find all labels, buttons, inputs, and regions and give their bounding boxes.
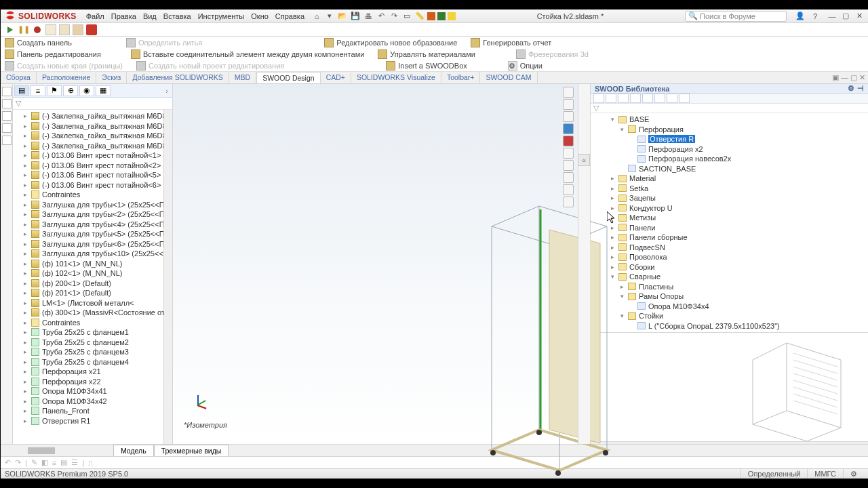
feature-tree[interactable]: ▸(-) Заклепка_гайка_вытяжная М6D8<1> (Вы…	[13, 110, 172, 427]
status-extra-icon[interactable]: ⚙	[843, 469, 864, 479]
minimize-button[interactable]: —	[826, 12, 838, 21]
lib-settings-icon[interactable]: ⚙	[848, 84, 854, 93]
tree-item[interactable]: ▸Труба 25x25 с фланцем1	[13, 327, 172, 338]
timeline-scrub[interactable]	[28, 447, 55, 454]
new-icon[interactable]: ▾	[324, 11, 335, 22]
menu-edit[interactable]: Правка	[111, 12, 136, 20]
orientation-triad[interactable]	[188, 395, 208, 415]
library-item[interactable]: SACTION_BASE	[591, 164, 868, 174]
lib-btn[interactable]	[618, 94, 629, 103]
tree-item[interactable]: ▸Труба 25x25 с фланцем2	[13, 338, 172, 348]
hu-icon[interactable]	[563, 136, 574, 146]
help-icon[interactable]: ?	[810, 11, 821, 22]
hu-icon[interactable]	[563, 160, 574, 171]
tree-item[interactable]: ▸(-) 013.06 Винт крест потайной<6> (Bolt…	[13, 180, 172, 190]
doc-window-controls[interactable]: ▣ — ▢ ✕	[829, 72, 868, 83]
pause-icon[interactable]: ❚❚	[18, 24, 29, 35]
library-item[interactable]: ▾Стойки	[591, 311, 868, 321]
tree-item[interactable]: ▸Contraintes	[13, 318, 172, 328]
tab-assembly[interactable]: Сборка	[1, 72, 37, 83]
fm-tab-extra[interactable]: ▦	[96, 85, 111, 96]
lib-btn[interactable]	[642, 94, 653, 103]
library-tree[interactable]: ▾BASE▾ПерфорацияОтверстия RПерфорация x2…	[591, 113, 868, 332]
tree-item[interactable]: ▸Заглушка для трубы<5> (25x25<<По умолча…	[13, 229, 172, 239]
library-item[interactable]: ▸Пластины	[591, 282, 868, 292]
tree-item[interactable]: ▸Труба 25x25 с фланцем4	[13, 357, 172, 367]
rbn-insert-box[interactable]: Insert a SWOODBox	[386, 61, 467, 70]
fm-tab-dim[interactable]: ⊕	[63, 85, 78, 96]
library-item[interactable]: ▾Сварные	[591, 272, 868, 282]
tree-item[interactable]: ▸(-) 013.06 Винт крест потайной<5> (Bolt…	[13, 170, 172, 180]
color-swatch-1[interactable]	[427, 12, 435, 20]
library-item[interactable]: ▸Проволока	[591, 252, 868, 262]
home-icon[interactable]: ⌂	[311, 11, 322, 22]
tab-toolbarplus[interactable]: Toolbar+	[441, 72, 481, 83]
rail-icon[interactable]	[2, 123, 12, 133]
menu-help[interactable]: Справка	[275, 12, 304, 20]
menu-tools[interactable]: Инструменты	[198, 12, 245, 20]
macro-icon-1[interactable]	[45, 24, 56, 35]
color-swatch-3[interactable]	[448, 12, 456, 20]
tree-item[interactable]: ▸Отверстия R1	[13, 416, 172, 426]
lib-btn[interactable]	[593, 94, 604, 103]
tab-3dviews[interactable]: Трехмерные виды	[154, 445, 229, 456]
graphics-viewport[interactable]: *Изометрия	[173, 84, 578, 444]
rbn-options[interactable]: ⚙Опции	[508, 61, 542, 70]
fm-tab-tree[interactable]: ▤	[14, 85, 29, 96]
login-icon[interactable]: 👤	[795, 11, 806, 22]
rail-icon[interactable]	[2, 111, 12, 121]
tree-item[interactable]: ▸(-) 013.06 Винт крест потайной<1> (Bolt…	[13, 150, 172, 161]
print-icon[interactable]: 🖶	[363, 11, 374, 22]
lib-btn[interactable]	[630, 94, 641, 103]
fm-tab-conf[interactable]: ⚑	[47, 85, 62, 96]
tree-item[interactable]: ▸Опора М10Ф34x42	[13, 396, 172, 407]
menu-view[interactable]: Вид	[143, 12, 157, 20]
record-icon[interactable]	[32, 24, 43, 35]
taskpane-toggle-icon[interactable]: «	[578, 154, 590, 166]
tree-item[interactable]: ▸(-) Заклепка_гайка_вытяжная М6D8<16> (В…	[13, 141, 172, 151]
sk-icon[interactable]: ☰	[71, 458, 78, 467]
hu-icon[interactable]	[563, 123, 574, 134]
save-icon[interactable]: 💾	[350, 11, 361, 22]
play-icon[interactable]	[5, 24, 16, 35]
tree-item[interactable]: ▸(ф) 102<1> (M_NN_NL)	[13, 268, 172, 279]
tree-item[interactable]: ▸(ф) 101<1> (M_NN_NL)	[13, 259, 172, 269]
library-item[interactable]: ▸Сборки	[591, 262, 868, 272]
tree-scrollbar[interactable]	[163, 110, 172, 444]
hu-icon[interactable]	[563, 172, 574, 183]
hu-icon[interactable]	[563, 148, 574, 159]
tree-item[interactable]: ▸LM<1> (Листовой металл<	[13, 298, 172, 308]
rbn-create-panel[interactable]: Создать панель	[5, 38, 72, 47]
tree-item[interactable]: ▸Заглушка для трубы<1> (25x25<<По умолча…	[13, 200, 172, 210]
tree-item[interactable]: ▸Заглушка для трубы<10> (25x25<<По умолч…	[13, 249, 172, 259]
tree-item[interactable]: ▸Перфорация x22	[13, 377, 172, 387]
tree-item[interactable]: ▸(-) Заклепка_гайка_вытяжная М6D8<14> (В…	[13, 131, 172, 141]
fm-filter[interactable]: ▽	[13, 98, 172, 110]
library-item[interactable]: Отверстия R	[591, 134, 868, 144]
fm-tab-prop[interactable]: ≡	[31, 85, 45, 96]
tree-item[interactable]: ▸Заглушка для трубы<4> (25x25<<По умолча…	[13, 220, 172, 230]
lib-pin-icon[interactable]: ⊣	[857, 84, 864, 93]
rbn-gen-report[interactable]: Генерировать отчет	[471, 38, 551, 47]
help-search[interactable]: 🔍 Поиск в Форуме	[685, 11, 787, 22]
tree-item[interactable]: ▸Панель_Front	[13, 406, 172, 416]
status-units[interactable]: ММГС	[807, 469, 843, 479]
sk-icon[interactable]: ✎	[31, 458, 37, 467]
sk-icon[interactable]: ⎍	[88, 459, 93, 467]
hu-icon[interactable]	[563, 99, 574, 110]
library-item[interactable]: ▸Панели	[591, 223, 868, 233]
library-item[interactable]: ▸ПодвесSN	[591, 243, 868, 253]
menu-file[interactable]: Файл	[86, 12, 104, 20]
macro-icon-4[interactable]	[86, 24, 97, 35]
library-item[interactable]: Перфорация навесов2x	[591, 154, 868, 164]
tree-item[interactable]: ▸(-) Заклепка_гайка_вытяжная М6D8<12> (В…	[13, 121, 172, 131]
library-item[interactable]: ▾Перфорация	[591, 125, 868, 135]
tab-model[interactable]: Модель	[113, 445, 154, 456]
tree-item[interactable]: ▸Заглушка для трубы<6> (25x25<<По умолча…	[13, 239, 172, 249]
rail-icon[interactable]	[2, 136, 12, 145]
tab-mbd[interactable]: MBD	[229, 72, 256, 83]
tab-swood-design[interactable]: SWOOD Design	[256, 72, 320, 83]
tree-item[interactable]: ▸Опора М10Ф34x41	[13, 386, 172, 396]
menu-insert[interactable]: Вставка	[163, 12, 191, 20]
open-icon[interactable]: 📂	[337, 11, 348, 22]
